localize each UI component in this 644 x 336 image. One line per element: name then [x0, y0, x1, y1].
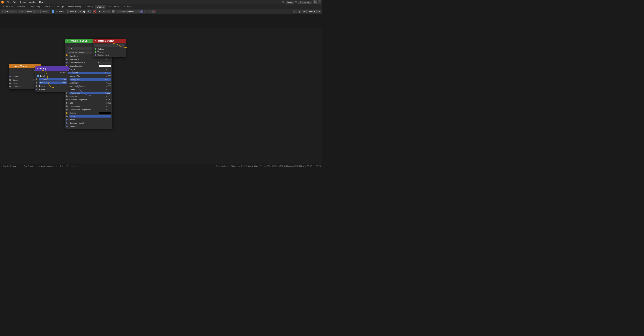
- subsurface-color-swatch[interactable]: [99, 65, 111, 68]
- tab-motion-tracking[interactable]: Motion Tracking: [66, 5, 83, 8]
- center-label: Center: [308, 10, 314, 12]
- copy-material-icon[interactable]: ⧉: [144, 10, 148, 14]
- wires-svg: [0, 28, 322, 168]
- volume-socket[interactable]: [95, 51, 96, 53]
- tab-uv-editing[interactable]: UV Editing: [121, 5, 134, 8]
- use-nodes-checkbox[interactable]: ✓: [52, 10, 54, 13]
- bump-node: ▼ Bump Normal ✓ Invert Strength: 0.100: [35, 66, 69, 92]
- clearcoat-roughness-socket[interactable]: [66, 99, 68, 100]
- right-edge-icon[interactable]: ⊳: [317, 10, 321, 14]
- transmission-row: Transmission: 0.000: [66, 104, 112, 108]
- material-output-dropdown[interactable]: All ▾: [94, 44, 124, 47]
- menu-window[interactable]: Window: [28, 1, 38, 4]
- displacement-socket[interactable]: [95, 54, 96, 56]
- noise-distortion-socket[interactable]: [9, 86, 11, 88]
- sheen-tint-slider[interactable]: Sheen Tint: 0.500: [70, 92, 111, 94]
- emission-socket[interactable]: [66, 112, 68, 114]
- material-output-select-row: All ▾: [93, 44, 126, 48]
- surface-socket[interactable]: [95, 48, 96, 50]
- view-btn[interactable]: View: [18, 10, 25, 13]
- bump-strength-slider[interactable]: Strength: 0.100: [39, 78, 68, 80]
- subsurface-socket[interactable]: [66, 58, 68, 60]
- display-icons[interactable]: ⬤: [82, 10, 86, 14]
- invert-checkbox[interactable]: ✓: [37, 75, 39, 77]
- alpha-slider[interactable]: Alpha: 1.000: [70, 115, 111, 118]
- bump-normal-socket-out[interactable]: [68, 72, 70, 74]
- clearcoat-label: Clearcoat:: [70, 95, 103, 97]
- normal-socket[interactable]: [66, 119, 68, 120]
- scene-name[interactable]: Scene: [286, 1, 294, 4]
- clearcoat-value: 0.000: [104, 95, 111, 97]
- specular-slider[interactable]: Specular: 0.500: [70, 72, 111, 74]
- bump-normal-in-socket[interactable]: [36, 88, 38, 90]
- ior-socket[interactable]: [66, 102, 68, 104]
- overlay-icon[interactable]: ◫: [298, 10, 301, 14]
- tab-default[interactable]: Default: [42, 5, 52, 8]
- tab-3d-view-full[interactable]: 3D View Full: [1, 5, 15, 8]
- menu-file[interactable]: File: [5, 1, 11, 4]
- tab-animation[interactable]: Animation: [15, 5, 28, 8]
- alpha-socket[interactable]: [66, 116, 68, 117]
- box-select-label: Box Select: [24, 165, 33, 167]
- material-name-field[interactable]: Rubber Shoe Soles: [116, 10, 140, 13]
- bump-strength-socket[interactable]: [36, 78, 38, 80]
- global-label: Global: [69, 10, 74, 12]
- roughness-slider[interactable]: Roughness: 0.500: [70, 78, 111, 81]
- render-layer-name[interactable]: RenderLayer: [298, 1, 312, 4]
- link-icon[interactable]: ⛓: [78, 10, 82, 14]
- subsurface-label: Subsurface:: [70, 58, 103, 60]
- select-btn[interactable]: Select: [26, 10, 34, 13]
- window-icon[interactable]: ⊞: [313, 0, 317, 4]
- menu-render[interactable]: Render: [18, 1, 27, 4]
- bump-normal-in-label: Normal: [39, 88, 68, 90]
- object-mode-btn[interactable]: ● Object ▾: [5, 10, 17, 13]
- pin-icon[interactable]: 📌: [152, 10, 156, 14]
- node-editor-header: ○ ● Object ▾ View Select Add Node ✓ Use …: [0, 9, 322, 14]
- gizmo-icon[interactable]: ⊕: [302, 10, 306, 14]
- clearcoat-socket[interactable]: [66, 96, 68, 97]
- scene-icon: 🎬: [282, 1, 284, 3]
- clearcoat-normal-label: Clearcoat Normal: [70, 122, 111, 124]
- base-color-socket[interactable]: [66, 54, 68, 56]
- bump-height-socket[interactable]: [36, 85, 38, 87]
- slot-select[interactable]: Slot 2 ▾: [102, 10, 111, 13]
- transmission-socket[interactable]: [66, 106, 68, 107]
- status-sep1: |: [19, 165, 20, 167]
- menu-edit[interactable]: Edit: [12, 1, 18, 4]
- transmission-roughness-socket[interactable]: [66, 109, 68, 110]
- add-workspace-button[interactable]: +: [134, 5, 138, 9]
- menu-help[interactable]: Help: [38, 1, 45, 4]
- tab-game-logic[interactable]: Game Logic: [52, 5, 66, 8]
- noise-vector-socket[interactable]: [9, 76, 11, 78]
- snap-icon[interactable]: 🧲: [94, 10, 97, 14]
- add-btn[interactable]: Add: [34, 10, 41, 13]
- noise-scale-socket[interactable]: [9, 79, 11, 81]
- anisotropic-rotation-row: Anisotropic Rotation: 0.000: [66, 84, 112, 88]
- noise-detail-socket[interactable]: [9, 82, 11, 84]
- tangent-socket[interactable]: [66, 126, 68, 127]
- subsurface-radius-dropdown[interactable]: ▾: [98, 62, 111, 64]
- tab-shading[interactable]: Shading: [95, 5, 106, 8]
- sheen-tint-socket[interactable]: [66, 92, 68, 94]
- center-btn[interactable]: Center ▾: [306, 10, 317, 13]
- view-icon2[interactable]: 🔍: [87, 10, 90, 14]
- tab-scripting[interactable]: Scripting: [83, 5, 94, 8]
- snap-dropdown[interactable]: ▾: [98, 10, 102, 14]
- close-icon[interactable]: ✕: [318, 0, 321, 4]
- up-arrow-icon[interactable]: ↑: [293, 10, 297, 14]
- tab-video-editing[interactable]: Video Editing: [106, 5, 121, 8]
- object-label: Object: [9, 10, 14, 12]
- material-output-header[interactable]: ▼ Material Output: [93, 39, 126, 43]
- clearcoat-normal-socket[interactable]: [66, 122, 68, 124]
- scroller-activate2-label: Scroller Activate: [40, 165, 54, 167]
- delete-material-icon[interactable]: ✕: [148, 10, 152, 14]
- bump-header[interactable]: ▼ Bump: [35, 66, 69, 70]
- bump-distance-slider[interactable]: Distance: 1.000: [39, 82, 68, 84]
- tab-compositing[interactable]: Compositing: [28, 5, 42, 8]
- use-nodes-toggle[interactable]: ✓ Use Nodes: [52, 10, 64, 13]
- subsurface-radius-socket[interactable]: [66, 62, 68, 64]
- bump-distance-socket[interactable]: [36, 82, 38, 84]
- node-btn[interactable]: Node: [41, 10, 49, 13]
- global-btn[interactable]: Global ▾: [68, 10, 78, 13]
- emission-swatch[interactable]: [99, 112, 111, 114]
